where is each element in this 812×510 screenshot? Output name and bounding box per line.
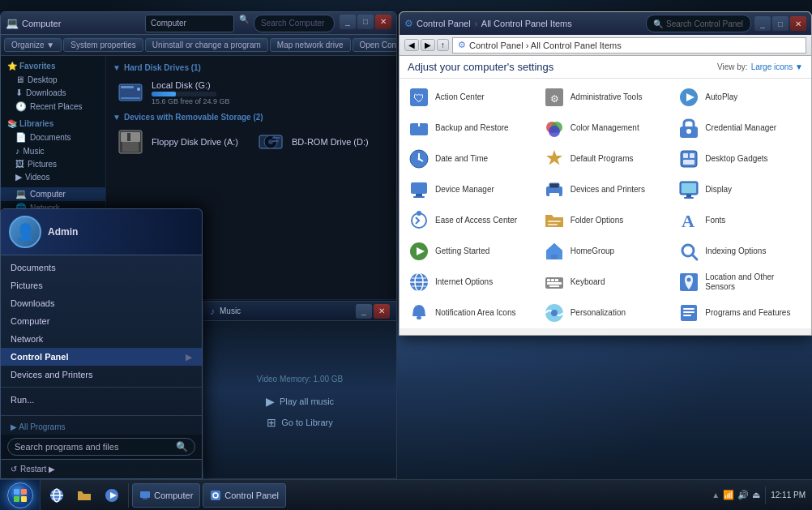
- cp-notif-area[interactable]: Notification Area Icons: [403, 298, 538, 328]
- cp-ease-access[interactable]: Ease of Access Center: [403, 205, 538, 236]
- uninstall-btn[interactable]: Uninstall or change a program: [145, 38, 268, 52]
- organize-btn[interactable]: Organize ▼: [4, 38, 62, 52]
- cp-up-btn[interactable]: ↑: [437, 39, 449, 51]
- cp-maximize-btn[interactable]: □: [772, 16, 788, 31]
- sm-documents[interactable]: Documents: [1, 259, 202, 276]
- cp-minimize-btn[interactable]: _: [754, 16, 771, 31]
- nav-computer[interactable]: 💻 Computer: [1, 187, 105, 201]
- devices-printers-icon: [543, 178, 566, 201]
- media-minimize-btn[interactable]: _: [356, 304, 372, 319]
- cp-credential-mgr[interactable]: Credential Manager: [673, 113, 808, 144]
- cp-header: Adjust your computer's settings View by:…: [400, 56, 811, 79]
- local-disk-item[interactable]: Local Disk (G:) 15.6 GB free of 24.9 GB: [111, 75, 391, 110]
- nav-documents[interactable]: 📄 Documents: [1, 131, 105, 144]
- tray-expand-btn[interactable]: ▲: [712, 491, 720, 499]
- cp-back-btn[interactable]: ◀: [404, 39, 419, 51]
- open-cp-btn[interactable]: Open Control Panel: [353, 38, 397, 52]
- cp-devices-printers[interactable]: Devices and Printers: [538, 174, 673, 205]
- cp-autoplay[interactable]: AutoPlay: [673, 82, 808, 113]
- computer-nav-label: Computer: [30, 190, 66, 199]
- taskbar-explorer-icon[interactable]: [71, 483, 97, 508]
- nav-desktop[interactable]: 🖥 Desktop: [1, 73, 105, 86]
- computer-maximize-btn[interactable]: □: [357, 15, 374, 29]
- cp-date-time[interactable]: Date and Time: [403, 144, 538, 174]
- cp-internet-options[interactable]: Internet Options: [403, 267, 538, 298]
- device-mgr-icon: [408, 178, 430, 201]
- taskbar-computer-btn[interactable]: Computer: [132, 483, 200, 508]
- removable-arrow: ▼: [113, 113, 121, 122]
- cp-indexing[interactable]: Indexing Options: [673, 236, 808, 267]
- system-props-btn[interactable]: System properties: [63, 38, 143, 52]
- cp-close-btn[interactable]: ✕: [790, 16, 806, 31]
- go-to-library-btn[interactable]: ⊞ Go to Library: [267, 416, 333, 429]
- sm-pictures[interactable]: Pictures: [1, 276, 202, 294]
- cp-address-bar[interactable]: ⚙ Control Panel › All Control Panel Item…: [452, 37, 806, 54]
- cp-fonts[interactable]: A Fonts: [673, 205, 808, 236]
- cp-homegroup[interactable]: HomeGroup: [538, 236, 673, 267]
- bdrom-drive-item[interactable]: BD-ROM Drive (D:): [251, 124, 374, 160]
- sm-run[interactable]: Run...: [1, 391, 202, 409]
- tray-network-icon: 📶: [723, 490, 734, 500]
- svg-rect-88: [211, 491, 220, 500]
- computer-close-btn[interactable]: ✕: [375, 15, 391, 29]
- cp-desktop-gadgets[interactable]: Desktop Gadgets: [673, 144, 808, 174]
- cp-default-programs[interactable]: Default Programs: [538, 144, 673, 174]
- tray-sound-icon[interactable]: 🔊: [737, 490, 749, 500]
- cp-search-box[interactable]: 🔍 Search Control Panel: [646, 15, 751, 32]
- sm-restart-label: Restart ▶: [20, 465, 55, 474]
- nav-music[interactable]: ♪ Music: [1, 144, 105, 157]
- favorites-header: ⭐Favorites: [1, 59, 105, 73]
- cp-display[interactable]: Display: [673, 174, 808, 205]
- sm-control-panel[interactable]: Control Panel ▶: [1, 348, 202, 366]
- start-button[interactable]: [0, 480, 41, 511]
- sm-computer[interactable]: Computer: [1, 312, 202, 330]
- cp-folder-options[interactable]: Folder Options: [538, 205, 673, 236]
- nav-downloads[interactable]: ⬇ Downloads: [1, 86, 105, 100]
- indexing-icon: [677, 240, 700, 263]
- media-memory: Video Memory: 1.00 GB: [254, 371, 347, 387]
- sm-restart-btn[interactable]: ↺ Restart ▶: [11, 465, 55, 474]
- floppy-drive-item[interactable]: Floppy Disk Drive (A:): [111, 124, 243, 160]
- cp-backup-restore[interactable]: Backup and Restore: [403, 113, 538, 144]
- cp-view-mode[interactable]: Large icons ▼: [751, 62, 803, 71]
- computer-minimize-btn[interactable]: _: [340, 15, 356, 29]
- cp-keyboard[interactable]: Keyboard: [538, 267, 673, 298]
- nav-recent[interactable]: 🕐 Recent Places: [1, 100, 105, 114]
- sm-all-programs[interactable]: ▶ All Programs: [1, 419, 202, 435]
- taskbar-mediaplayer-icon[interactable]: [99, 483, 125, 508]
- play-all-btn[interactable]: ▶ Play all music: [266, 395, 334, 408]
- cp-personalization[interactable]: Personalization: [538, 298, 673, 328]
- cp-getting-started[interactable]: Getting Started: [403, 236, 538, 267]
- libraries-label: Libraries: [19, 119, 53, 128]
- libraries-group: 📚Libraries 📄 Documents ♪ Music 🖼 Picture…: [1, 117, 105, 184]
- sm-search-box[interactable]: Search programs and files 🔍: [7, 438, 195, 456]
- cp-admin-tools[interactable]: ⚙ Administrative Tools: [538, 82, 673, 113]
- cp-color-mgmt[interactable]: Color Management: [538, 113, 673, 144]
- sm-network-label: Network: [11, 334, 43, 344]
- taskbar-ie-icon[interactable]: [44, 483, 70, 508]
- computer-search-box[interactable]: Search Computer: [254, 15, 335, 32]
- taskbar-controlpanel-btn[interactable]: Control Panel: [203, 483, 286, 508]
- sm-devices-printers[interactable]: Devices and Printers: [1, 366, 202, 384]
- cp-forward-btn[interactable]: ▶: [421, 39, 435, 51]
- removable-section[interactable]: ▼ Devices with Removable Storage (2): [111, 110, 391, 124]
- media-close-btn[interactable]: ✕: [374, 304, 390, 319]
- local-disk-icon: [116, 78, 145, 107]
- desktop-gadgets-label: Desktop Gadgets: [705, 154, 767, 164]
- map-drive-btn[interactable]: Map network drive: [270, 38, 351, 52]
- notif-label: Notification Area Icons: [435, 308, 516, 318]
- nav-pictures[interactable]: 🖼 Pictures: [1, 157, 105, 170]
- computer-address-bar[interactable]: Computer: [145, 15, 234, 32]
- svg-point-25: [686, 129, 691, 134]
- sm-downloads[interactable]: Downloads: [1, 294, 202, 312]
- cp-action-center[interactable]: 🛡 Action Center: [403, 82, 538, 113]
- computer-address-text: Computer: [151, 19, 186, 28]
- cp-device-mgr[interactable]: Device Manager: [403, 174, 538, 205]
- svg-rect-52: [551, 255, 558, 259]
- cp-programs-features[interactable]: Programs and Features: [673, 298, 808, 328]
- sm-network[interactable]: Network: [1, 330, 202, 348]
- hard-disk-section[interactable]: ▼ Hard Disk Drives (1): [111, 61, 391, 75]
- cp-location-sensors[interactable]: Location and Other Sensors: [673, 267, 808, 298]
- cp-heading: Adjust your computer's settings: [408, 61, 553, 73]
- nav-videos[interactable]: ▶ Videos: [1, 170, 105, 184]
